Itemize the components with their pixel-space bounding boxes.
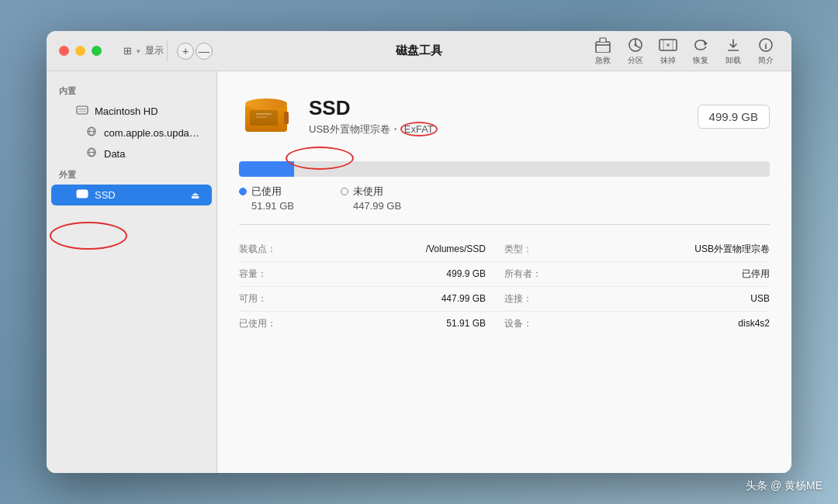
sidebar-item-data[interactable]: Data [51, 143, 212, 164]
partition-button[interactable]: 分区 [625, 36, 646, 66]
macintosh-hd-label: Macintosh HD [95, 105, 199, 117]
svg-rect-0 [596, 42, 610, 53]
eject-button[interactable]: ⏏ [191, 190, 199, 201]
used-dot [239, 188, 247, 195]
unmount-icon [723, 36, 743, 54]
used-info-value: 51.91 GB [293, 318, 504, 329]
mount-value: /Volumes/SSD [293, 243, 504, 254]
used-value: 51.91 GB [251, 200, 294, 212]
free-legend-label: 未使用 [341, 185, 401, 198]
internal-section-label: 内置 [47, 81, 216, 100]
restore-button[interactable]: 恢复 [691, 36, 711, 66]
disk-subtitle-text: USB外置物理宗卷・ [309, 123, 400, 135]
used-legend: 已使用 51.91 GB [239, 185, 294, 212]
svg-rect-20 [256, 113, 272, 115]
disk-header: SSD USB外置物理宗卷・ExFAT 499.9 GB [239, 90, 770, 143]
svg-rect-10 [78, 111, 86, 112]
firstaid-label: 急救 [595, 55, 611, 66]
svg-rect-18 [284, 112, 289, 124]
erase-icon [658, 36, 678, 54]
capacity-label: 容量： [239, 268, 293, 281]
watermark-at: @ [770, 479, 781, 492]
free-dot [341, 188, 348, 195]
disk-name: SSD [309, 96, 682, 120]
partition-icon [625, 36, 646, 54]
watermark-platform: 头条 [746, 479, 767, 492]
window-title: 磁盘工具 [396, 43, 442, 58]
free-legend: 未使用 447.99 GB [341, 185, 401, 212]
svg-rect-15 [78, 194, 86, 195]
remove-button[interactable]: — [196, 43, 213, 60]
main-content: 内置 Macintosh HD [47, 71, 791, 473]
device-value: disk4s2 [559, 318, 770, 329]
used-legend-label: 已使用 [239, 185, 294, 198]
info-row-available: 可用： 447.99 GB [239, 287, 504, 312]
svg-rect-21 [256, 116, 267, 118]
used-info-label: 已使用： [239, 317, 293, 330]
add-button[interactable]: + [177, 43, 194, 60]
disk-utility-window: ⊞ ▾ 显示 磁盘工具 + — [47, 31, 791, 473]
data-icon [85, 147, 98, 160]
com-apple-icon [85, 126, 98, 139]
close-button[interactable] [59, 46, 69, 56]
sidebar-item-ssd[interactable]: SSD ⏏ [51, 185, 212, 205]
firstaid-button[interactable]: 急救 [593, 36, 613, 66]
info-label: 简介 [758, 55, 774, 66]
unmount-button[interactable]: 卸载 [723, 36, 743, 66]
free-label: 未使用 [353, 185, 383, 198]
used-label: 已使用 [251, 185, 282, 198]
info-row-connection: 连接： USB [504, 287, 770, 312]
connection-value: USB [559, 293, 770, 304]
minimize-button[interactable] [75, 46, 85, 56]
usage-legend: 已使用 51.91 GB 未使用 447.99 GB [239, 185, 770, 212]
info-column-right: 类型： USB外置物理宗卷 所有者： 已停用 连接： USB [504, 237, 770, 336]
available-value: 447.99 GB [293, 293, 504, 304]
svg-rect-9 [78, 109, 86, 110]
toolbar-actions: 急救 分区 [593, 36, 776, 66]
svg-rect-14 [78, 192, 86, 193]
erase-label: 抹掉 [660, 55, 676, 66]
info-row-mount: 装载点： /Volumes/SSD [239, 237, 504, 262]
view-chevron-icon: ▾ [137, 47, 140, 55]
info-row-owner: 所有者： 已停用 [504, 262, 770, 287]
titlebar: ⊞ ▾ 显示 磁盘工具 + — [47, 31, 791, 71]
svg-point-17 [245, 98, 287, 109]
macintosh-hd-icon [76, 105, 88, 118]
com-apple-label: com.apple.os.updat... [104, 127, 199, 139]
usage-bar [239, 161, 770, 177]
erase-button[interactable]: 抹掉 [658, 36, 678, 66]
sidebar-item-com-apple[interactable]: com.apple.os.updat... [51, 123, 212, 143]
connection-label: 连接： [504, 292, 559, 306]
fullscreen-button[interactable] [92, 46, 102, 56]
ssd-icon [76, 188, 88, 202]
info-row-used: 已使用： 51.91 GB [239, 312, 504, 336]
firstaid-icon [593, 36, 613, 54]
info-table: 装载点： /Volumes/SSD 容量： 499.9 GB 可用： 447.9… [239, 224, 770, 336]
usage-bar-container: 已使用 51.91 GB 未使用 447.99 GB [239, 161, 770, 212]
info-icon: i [756, 36, 776, 54]
content-area: SSD USB外置物理宗卷・ExFAT 499.9 GB [217, 71, 791, 473]
disk-subtitle: USB外置物理宗卷・ExFAT [309, 122, 682, 136]
sidebar: 内置 Macintosh HD [47, 71, 217, 473]
info-column-left: 装载点： /Volumes/SSD 容量： 499.9 GB 可用： 447.9… [239, 237, 504, 336]
info-row-device: 设备： disk4s2 [504, 312, 770, 336]
toolbar-separator [167, 40, 168, 62]
restore-label: 恢复 [693, 55, 708, 66]
usage-bar-fill [239, 161, 294, 177]
partition-label: 分区 [628, 55, 643, 66]
type-value: USB外置物理宗卷 [559, 243, 770, 256]
view-button[interactable]: ⊞ ▾ 显示 [123, 44, 164, 57]
disk-size-badge: 499.9 GB [698, 105, 770, 129]
mount-label: 装载点： [239, 243, 293, 256]
ssd-label: SSD [95, 189, 185, 201]
watermark: 头条 @ 黄杨ME [746, 479, 822, 493]
info-row-capacity: 容量： 499.9 GB [239, 262, 504, 287]
info-grid: 装载点： /Volumes/SSD 容量： 499.9 GB 可用： 447.9… [239, 237, 770, 336]
type-label: 类型： [504, 243, 559, 256]
svg-point-4 [667, 43, 670, 47]
info-button[interactable]: i 简介 [756, 36, 776, 66]
available-label: 可用： [239, 292, 293, 306]
owner-label: 所有者： [504, 268, 559, 281]
add-remove-group: + — [177, 43, 213, 60]
sidebar-item-macintosh-hd[interactable]: Macintosh HD [51, 101, 212, 122]
